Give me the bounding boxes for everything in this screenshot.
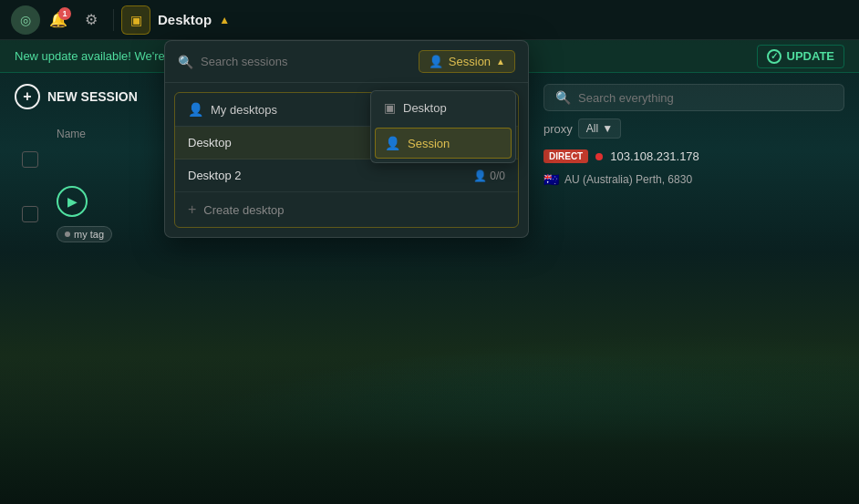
desktop-type-icon: ▣ <box>384 100 396 115</box>
ip-address: 103.108.231.178 <box>610 149 699 163</box>
type-option-desktop[interactable]: ▣ Desktop <box>371 91 515 124</box>
proxy-bar: proxy All ▼ <box>543 118 844 139</box>
direct-badge: DIRECT <box>543 149 588 163</box>
update-btn-label: UPDATE <box>787 49 834 63</box>
desktop-type-label: Desktop <box>403 101 447 115</box>
desktop-item-2[interactable]: Desktop 2 👤 0/0 <box>175 159 518 192</box>
notification-badge: 1 <box>58 7 71 20</box>
search-icon: 🔍 <box>555 90 571 105</box>
ip-dot-indicator <box>595 153 603 160</box>
proxy-value: All <box>586 122 598 135</box>
session-type-label: Session <box>449 55 491 68</box>
desktop-2-name: Desktop 2 <box>188 169 242 182</box>
notifications-button[interactable]: 🔔 1 <box>44 5 73 35</box>
session-type-chevron: ▲ <box>496 57 505 67</box>
topbar-arrow: ▲ <box>219 14 230 26</box>
desktop-symbol: ▣ <box>130 13 142 27</box>
create-desktop-button[interactable]: + Create desktop <box>175 192 518 227</box>
search-everything-input[interactable] <box>578 91 833 105</box>
tag-label: my tag <box>74 229 104 240</box>
gear-icon: ⚙ <box>85 11 98 28</box>
logo-icon: ◎ <box>20 13 31 27</box>
proxy-select[interactable]: All ▼ <box>578 118 621 139</box>
topbar-separator <box>113 9 114 31</box>
desktop-1-name: Desktop <box>188 136 232 149</box>
right-panel: 🔍 proxy All ▼ DIRECT 103.108.231.178 🇦🇺 … <box>529 73 859 504</box>
proxy-chevron: ▼ <box>602 122 613 135</box>
type-dropdown: ▣ Desktop 👤 Session <box>370 90 516 163</box>
desktop-icon: ▣ <box>121 5 150 35</box>
row-2-checkbox[interactable] <box>22 206 38 222</box>
new-session-plus-icon: + <box>15 84 40 109</box>
logo-button[interactable]: ◎ <box>11 5 40 35</box>
row-1-checkbox[interactable] <box>22 151 38 168</box>
tag-chip[interactable]: my tag <box>57 226 112 242</box>
play-button[interactable]: ▶ <box>57 186 88 217</box>
new-session-label: NEW SESSION <box>47 89 138 104</box>
update-button[interactable]: ✓ UPDATE <box>757 45 844 68</box>
settings-button[interactable]: ⚙ <box>77 5 106 35</box>
search-everything-box: 🔍 <box>543 84 844 111</box>
create-desktop-label: Create desktop <box>203 203 284 217</box>
col-header-check <box>22 128 49 140</box>
my-desktops-label: My desktops <box>211 103 277 117</box>
search-sessions-input[interactable] <box>201 55 411 68</box>
update-check-icon: ✓ <box>767 49 781 64</box>
dropdown-search-row: 🔍 👤 Session ▲ ▣ Desktop 👤 Session <box>165 41 528 83</box>
type-option-session[interactable]: 👤 Session <box>375 128 512 159</box>
location-text: AU (Australia) Perth, 6830 <box>564 173 692 186</box>
topbar-title: Desktop <box>158 12 212 27</box>
create-desktop-icon: + <box>188 201 196 218</box>
session-type-toggle[interactable]: 👤 Session ▲ <box>419 50 515 73</box>
dropdown-search-icon: 🔍 <box>178 55 193 69</box>
my-desktops-icon: 👤 <box>188 102 203 117</box>
flag-icon: 🇦🇺 <box>543 172 559 187</box>
proxy-label: proxy <box>543 122 573 136</box>
session-type-icon: 👤 <box>385 136 400 150</box>
ip-row: 103.108.231.178 <box>595 149 699 163</box>
session-person-icon: 👤 <box>429 55 443 68</box>
topbar: ◎ 🔔 1 ⚙ ▣ Desktop ▲ <box>0 0 859 40</box>
session-type-dropdown: 🔍 👤 Session ▲ ▣ Desktop 👤 Session <box>164 40 529 238</box>
tag-dot <box>65 231 70 237</box>
desktop-2-count: 👤 0/0 <box>473 170 505 182</box>
session-type-option-label: Session <box>408 137 450 150</box>
